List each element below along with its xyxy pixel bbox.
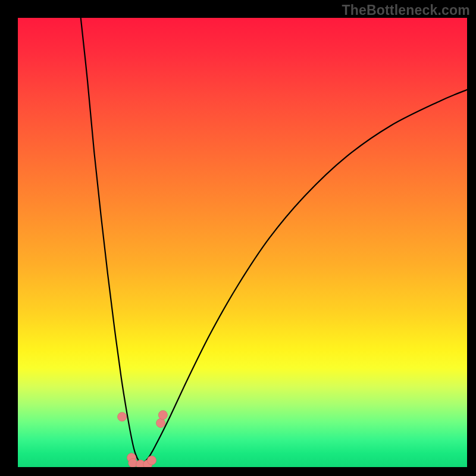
curve-right-branch xyxy=(139,90,467,466)
marker-dot xyxy=(156,419,165,428)
curve-left-branch xyxy=(81,18,144,466)
outer-frame: TheBottleneck.com xyxy=(0,0,476,476)
plot-area xyxy=(18,18,467,467)
marker-dot xyxy=(129,459,137,467)
watermark-text: TheBottleneck.com xyxy=(342,2,470,18)
marker-dot xyxy=(158,411,167,419)
marker-group xyxy=(118,411,168,467)
marker-dot xyxy=(147,456,156,465)
chart-svg xyxy=(18,18,467,467)
marker-dot xyxy=(118,412,127,421)
